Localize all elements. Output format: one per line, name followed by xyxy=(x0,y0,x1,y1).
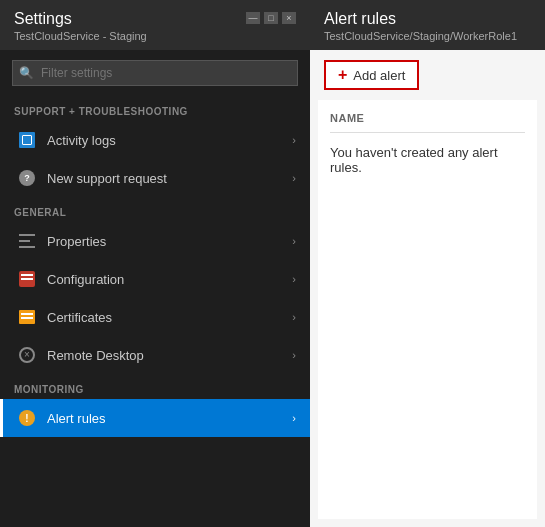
chevron-icon: › xyxy=(292,172,296,184)
menu-item-remote-desktop[interactable]: Remote Desktop › xyxy=(0,336,310,374)
certificates-label: Certificates xyxy=(47,310,292,325)
close-button[interactable]: × xyxy=(282,12,296,24)
menu-item-properties[interactable]: Properties › xyxy=(0,222,310,260)
support-request-icon: ? xyxy=(17,168,37,188)
alert-rules-label: Alert rules xyxy=(47,411,292,426)
search-icon: 🔍 xyxy=(19,66,34,80)
alert-rules-panel: Alert rules TestCloudService/Staging/Wor… xyxy=(310,0,545,527)
add-alert-button[interactable]: + Add alert xyxy=(324,60,419,90)
remote-desktop-label: Remote Desktop xyxy=(47,348,292,363)
name-column-header: Name xyxy=(330,112,525,133)
menu-item-activity-logs[interactable]: Activity logs › xyxy=(0,121,310,159)
section-support-label: Support + Troubleshooting xyxy=(0,96,310,121)
section-general-label: General xyxy=(0,197,310,222)
menu-item-new-support-request[interactable]: ? New support request › xyxy=(0,159,310,197)
chevron-icon: › xyxy=(292,311,296,323)
left-panel-header: Settings TestCloudService - Staging — □ … xyxy=(0,0,310,50)
remote-desktop-icon xyxy=(17,345,37,365)
configuration-icon xyxy=(17,269,37,289)
right-panel-header: Alert rules TestCloudService/Staging/Wor… xyxy=(310,0,545,50)
menu-item-configuration[interactable]: Configuration › xyxy=(0,260,310,298)
right-panel-title: Alert rules xyxy=(324,10,531,28)
left-panel-subtitle: TestCloudService - Staging xyxy=(14,30,147,42)
section-monitoring-label: Monitoring xyxy=(0,374,310,399)
chevron-icon: › xyxy=(292,134,296,146)
left-panel-title: Settings xyxy=(14,10,147,28)
add-alert-label: Add alert xyxy=(353,68,405,83)
activity-logs-icon xyxy=(17,130,37,150)
chevron-icon: › xyxy=(292,273,296,285)
configuration-label: Configuration xyxy=(47,272,292,287)
chevron-icon: › xyxy=(292,412,296,424)
empty-state-message: You haven't created any alert rules. xyxy=(330,145,525,175)
minimize-button[interactable]: — xyxy=(246,12,260,24)
filter-search-box[interactable]: 🔍 xyxy=(12,60,298,86)
menu-item-alert-rules[interactable]: Alert rules › xyxy=(0,399,310,437)
maximize-button[interactable]: □ xyxy=(264,12,278,24)
properties-label: Properties xyxy=(47,234,292,249)
alert-rules-icon xyxy=(17,408,37,428)
plus-icon: + xyxy=(338,67,347,83)
settings-panel: Settings TestCloudService - Staging — □ … xyxy=(0,0,310,527)
chevron-icon: › xyxy=(292,235,296,247)
activity-logs-label: Activity logs xyxy=(47,133,292,148)
support-request-label: New support request xyxy=(47,171,292,186)
menu-item-certificates[interactable]: Certificates › xyxy=(0,298,310,336)
right-panel-subtitle: TestCloudService/Staging/WorkerRole1 xyxy=(324,30,531,42)
alert-rules-content: Name You haven't created any alert rules… xyxy=(318,100,537,519)
certificates-icon xyxy=(17,307,37,327)
right-toolbar: + Add alert xyxy=(310,50,545,100)
filter-input[interactable] xyxy=(12,60,298,86)
chevron-icon: › xyxy=(292,349,296,361)
properties-icon xyxy=(17,231,37,251)
